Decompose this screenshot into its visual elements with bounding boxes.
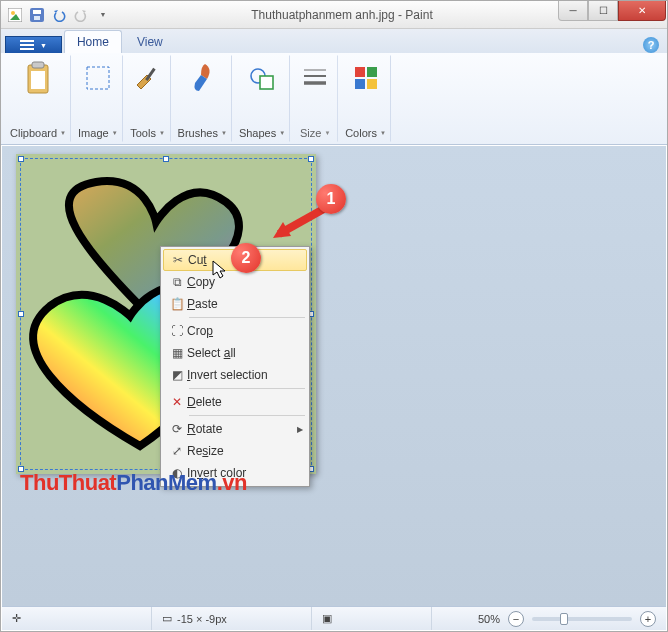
chevron-down-icon: ▼ (40, 42, 47, 49)
annotation-marker-2: 2 (231, 243, 261, 273)
file-menu-button[interactable]: ▼ (5, 36, 62, 53)
selection-size-icon: ▭ (162, 612, 172, 625)
annotation-marker-1: 1 (316, 184, 346, 214)
tools-icon (130, 58, 166, 98)
rotate-icon: ⟳ (167, 422, 187, 436)
svg-rect-18 (355, 67, 365, 77)
menu-paste[interactable]: 📋 Paste (163, 293, 307, 315)
status-coords-value: -15 × -9px (177, 613, 227, 625)
svg-rect-3 (33, 10, 41, 14)
menu-crop[interactable]: ⛶ Crop (163, 320, 307, 342)
crosshair-icon: ✛ (12, 612, 21, 625)
close-button[interactable]: ✕ (618, 1, 666, 21)
delete-icon: ✕ (167, 395, 187, 409)
resize-handle[interactable] (18, 156, 24, 162)
brush-icon (184, 58, 220, 98)
status-image-size: ▣ (312, 607, 432, 630)
svg-rect-11 (87, 67, 109, 89)
shapes-icon (244, 58, 280, 98)
svg-rect-9 (32, 62, 44, 68)
group-image-label: Image (78, 127, 109, 139)
group-clipboard[interactable]: Clipboard▼ (5, 55, 71, 142)
minimize-button[interactable]: ─ (558, 1, 588, 21)
svg-rect-21 (367, 79, 377, 89)
select-all-icon: ▦ (167, 346, 187, 360)
paste-icon: 📋 (167, 297, 187, 311)
menu-rotate[interactable]: ⟳ Rotate ▶ (163, 418, 307, 440)
svg-point-1 (11, 11, 15, 15)
group-colors[interactable]: Colors▼ (340, 55, 391, 142)
menu-copy[interactable]: ⧉ Copy (163, 271, 307, 293)
status-bar: ✛ ▭ -15 × -9px ▣ 50% − + (2, 606, 666, 630)
chevron-down-icon: ▼ (112, 130, 118, 136)
status-position: ✛ (2, 607, 152, 630)
redo-icon[interactable] (73, 7, 89, 23)
group-clipboard-label: Clipboard (10, 127, 57, 139)
image-size-icon: ▣ (322, 612, 332, 625)
group-brushes-label: Brushes (178, 127, 218, 139)
title-bar: ▼ Thuthuatphanmem anh.jpg - Paint ─ ☐ ✕ (1, 1, 667, 29)
status-selection-size: ▭ -15 × -9px (152, 607, 312, 630)
clipboard-icon (20, 58, 56, 98)
resize-handle[interactable] (163, 156, 169, 162)
group-tools-label: Tools (130, 127, 156, 139)
app-window: ▼ Thuthuatphanmem anh.jpg - Paint ─ ☐ ✕ … (0, 0, 668, 632)
size-icon (297, 58, 333, 98)
svg-rect-19 (367, 67, 377, 77)
ribbon: Clipboard▼ Image▼ Tools▼ Brushes▼ Shapes… (1, 53, 667, 145)
chevron-down-icon: ▼ (279, 130, 285, 136)
zoom-out-button[interactable]: − (508, 611, 524, 627)
svg-rect-10 (31, 71, 45, 89)
save-icon[interactable] (29, 7, 45, 23)
submenu-arrow-icon: ▶ (297, 425, 303, 434)
svg-rect-20 (355, 79, 365, 89)
menu-delete[interactable]: ✕ Delete (163, 391, 307, 413)
zoom-slider[interactable] (532, 617, 632, 621)
svg-rect-6 (20, 44, 34, 46)
menu-resize[interactable]: ⤢ Resize (163, 440, 307, 462)
group-tools[interactable]: Tools▼ (125, 55, 171, 142)
zoom-value: 50% (478, 613, 500, 625)
help-icon[interactable]: ? (643, 37, 659, 53)
group-size[interactable]: Size▼ (292, 55, 338, 142)
group-shapes[interactable]: Shapes▼ (234, 55, 290, 142)
svg-rect-7 (20, 48, 34, 50)
group-brushes[interactable]: Brushes▼ (173, 55, 232, 142)
copy-icon: ⧉ (167, 275, 187, 289)
menu-select-all[interactable]: ▦ Select all (163, 342, 307, 364)
canvas-area[interactable]: 1 ✂ Cut ⧉ Copy 📋 Paste ⛶ Crop (2, 146, 666, 606)
file-menu-icon (20, 40, 34, 50)
context-menu: ✂ Cut ⧉ Copy 📋 Paste ⛶ Crop ▦ (160, 246, 310, 487)
chevron-down-icon: ▼ (324, 130, 330, 136)
undo-icon[interactable] (51, 7, 67, 23)
crop-icon: ⛶ (167, 324, 187, 338)
colors-icon (348, 58, 384, 98)
paint-app-icon (7, 7, 23, 23)
resize-handle[interactable] (18, 311, 24, 317)
chevron-down-icon: ▼ (60, 130, 66, 136)
resize-handle[interactable] (308, 156, 314, 162)
svg-rect-4 (34, 16, 40, 20)
svg-rect-14 (260, 76, 273, 89)
ribbon-tabs: ▼ Home View ? (1, 29, 667, 53)
resize-icon: ⤢ (167, 444, 187, 458)
chevron-down-icon: ▼ (221, 130, 227, 136)
chevron-down-icon: ▼ (380, 130, 386, 136)
tab-view[interactable]: View (124, 30, 176, 53)
menu-invert-selection[interactable]: ◩ Invert selection (163, 364, 307, 386)
cut-icon: ✂ (168, 253, 188, 267)
tab-home[interactable]: Home (64, 30, 122, 53)
select-icon (80, 58, 116, 98)
maximize-button[interactable]: ☐ (588, 1, 618, 21)
svg-rect-5 (20, 40, 34, 42)
group-colors-label: Colors (345, 127, 377, 139)
group-image[interactable]: Image▼ (73, 55, 123, 142)
image-artboard[interactable]: 1 ✂ Cut ⧉ Copy 📋 Paste ⛶ Crop (16, 154, 316, 474)
group-shapes-label: Shapes (239, 127, 276, 139)
chevron-down-icon: ▼ (159, 130, 165, 136)
group-size-label: Size (300, 127, 321, 139)
zoom-slider-thumb[interactable] (560, 613, 568, 625)
qat-dropdown-icon[interactable]: ▼ (95, 7, 111, 23)
invert-selection-icon: ◩ (167, 368, 187, 382)
zoom-in-button[interactable]: + (640, 611, 656, 627)
